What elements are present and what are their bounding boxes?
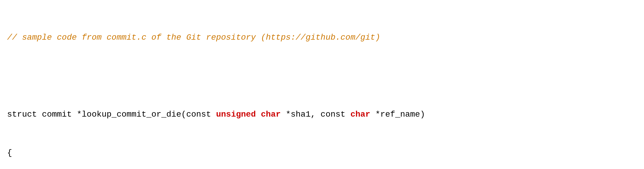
keyword-char: char [350,110,370,119]
open-brace-line: { [7,147,637,159]
code-block: // sample code from commit.c of the Git … [7,5,637,169]
signature-plain-1: struct commit *lookup_commit_or_die(cons… [7,110,216,119]
blank-line-1 [7,70,637,82]
keyword-unsigned: unsigned char [216,110,281,119]
signature-plain-3: *ref_name) [370,110,425,119]
signature-line: struct commit *lookup_commit_or_die(cons… [7,108,637,121]
comment-line: // sample code from commit.c of the Git … [7,31,637,44]
signature-plain-2: *sha1, const [281,110,350,119]
